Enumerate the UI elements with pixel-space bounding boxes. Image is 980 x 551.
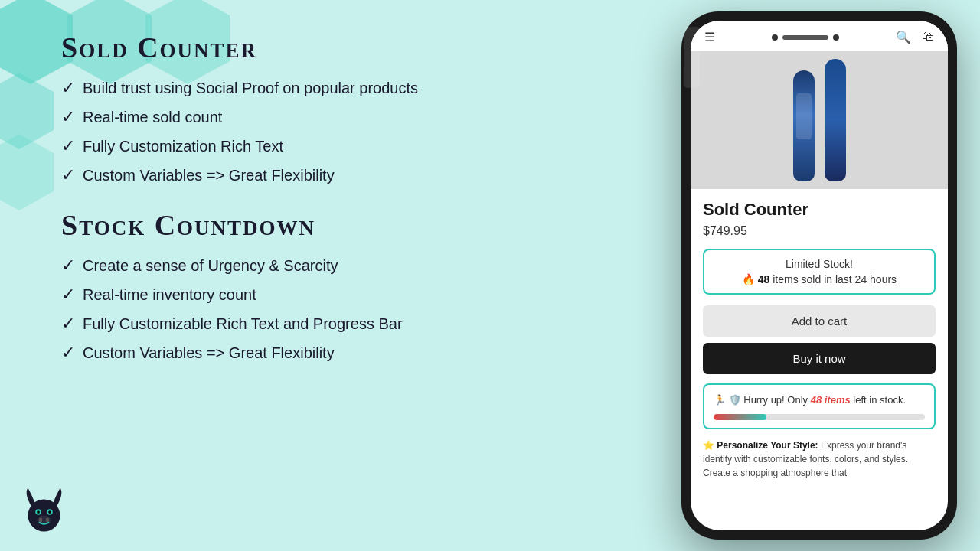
cart-icon[interactable]: 🛍 — [922, 30, 934, 44]
stock-countdown-box: 🏃 🛡️ Hurry up! Only 48 items left in sto… — [703, 383, 936, 429]
check-icon-5: ✓ — [61, 256, 75, 276]
personalize-label: Personalize Your Style: — [717, 440, 818, 451]
svg-point-3 — [37, 510, 40, 514]
buy-now-button[interactable]: Buy it now — [703, 343, 936, 374]
check-icon-2: ✓ — [61, 107, 75, 127]
stock-countdown-title: Stock Countdown — [61, 208, 597, 242]
search-icon[interactable]: 🔍 — [896, 30, 911, 44]
bull-logo-container — [15, 482, 77, 543]
badge-title: Limited Stock! — [715, 258, 923, 270]
sold-feature-1: ✓ Build trust using Social Proof on popu… — [61, 78, 597, 98]
product-price: $749.95 — [703, 224, 936, 238]
personalize-section: ⭐ Personalize Your Style: Express your b… — [703, 439, 936, 480]
badge-text: items sold in last 24 hours — [773, 273, 897, 285]
stock-feature-1: ✓ Create a sense of Urgency & Scarcity — [61, 256, 597, 276]
menu-icon[interactable]: ☰ — [704, 30, 715, 44]
badge-count: 🔥 48 items sold in last 24 hours — [715, 273, 923, 285]
svg-point-6 — [39, 518, 43, 523]
check-icon-3: ✓ — [61, 136, 75, 156]
stock-countdown-text: 🏃 🛡️ Hurry up! Only 48 items left in sto… — [714, 393, 925, 408]
product-image — [691, 51, 948, 189]
svg-point-4 — [48, 510, 51, 514]
progress-bar-container — [714, 414, 925, 420]
sold-feature-2: ✓ Real-time sold count — [61, 107, 597, 127]
badge-number: 48 — [758, 273, 770, 285]
left-panel: Sold Counter ✓ Build trust using Social … — [61, 23, 597, 386]
runner-emoji: 🏃 — [714, 394, 726, 406]
sold-counter-title: Sold Counter — [61, 31, 597, 64]
bull-logo-icon — [15, 482, 73, 540]
stock-feature-3: ✓ Fully Customizable Rich Text and Progr… — [61, 314, 597, 334]
product-info: Sold Counter $749.95 Limited Stock! 🔥 48… — [691, 189, 948, 530]
check-icon-7: ✓ — [61, 314, 75, 334]
add-to-cart-button[interactable]: Add to cart — [703, 305, 936, 337]
phone-container: ☰ 🔍 🛍 — [681, 11, 957, 540]
check-icon-8: ✓ — [61, 343, 75, 363]
sold-feature-3: ✓ Fully Customization Rich Text — [61, 136, 597, 156]
stock-count: 48 items — [811, 394, 851, 406]
snowboard-left — [793, 70, 815, 181]
svg-point-7 — [46, 518, 50, 523]
check-icon-6: ✓ — [61, 285, 75, 305]
stock-feature-4: ✓ Custom Variables => Great Flexibility — [61, 343, 597, 363]
sold-counter-badge: Limited Stock! 🔥 48 items sold in last 2… — [703, 249, 936, 295]
progress-bar-fill — [714, 414, 766, 420]
check-icon-4: ✓ — [61, 165, 75, 185]
product-name: Sold Counter — [703, 200, 936, 220]
stock-feature-2: ✓ Real-time inventory count — [61, 285, 597, 305]
check-icon-1: ✓ — [61, 78, 75, 98]
shield-emoji: 🛡️ — [729, 394, 741, 406]
fire-emoji: 🔥 — [742, 273, 755, 285]
phone-frame: ☰ 🔍 🛍 — [681, 11, 957, 540]
sold-feature-4: ✓ Custom Variables => Great Flexibility — [61, 165, 597, 185]
snowboard-image — [793, 59, 846, 181]
phone-topbar-icons: 🔍 🛍 — [896, 30, 934, 44]
phone-topbar: ☰ 🔍 🛍 — [691, 21, 948, 51]
phone-screen: ☰ 🔍 🛍 — [691, 21, 948, 530]
stock-countdown-features: ✓ Create a sense of Urgency & Scarcity ✓… — [61, 256, 597, 363]
sold-counter-features: ✓ Build trust using Social Proof on popu… — [61, 78, 597, 185]
snowboard-right — [825, 59, 846, 181]
